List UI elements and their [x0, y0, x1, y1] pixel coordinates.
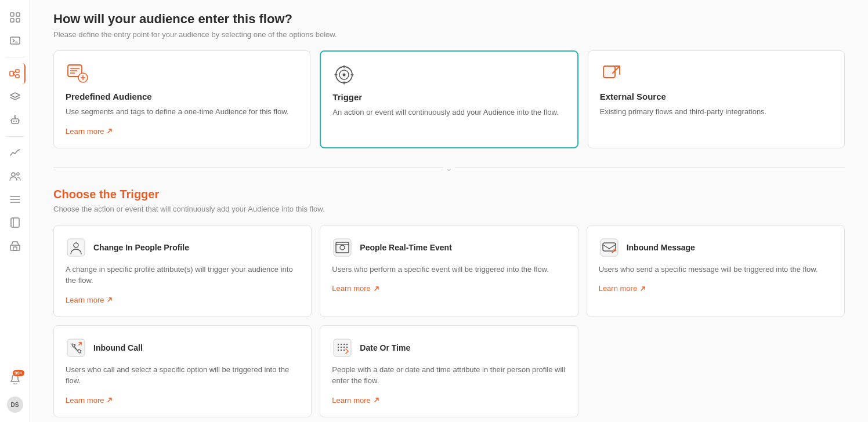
svg-rect-8: [16, 75, 19, 78]
svg-point-63: [341, 346, 342, 347]
section-divider: ⌄: [53, 162, 845, 174]
predefined-audience-learn-more[interactable]: Learn more: [66, 127, 113, 136]
svg-point-61: [346, 343, 348, 344]
date-or-time-icon: [332, 337, 353, 358]
trigger-card-desc: An action or event will continuously add…: [332, 107, 565, 118]
user-avatar[interactable]: DS: [5, 394, 26, 415]
svg-rect-6: [10, 71, 13, 76]
svg-rect-3: [16, 19, 20, 22]
change-in-people-card[interactable]: Change In People Profile A change in spe…: [53, 225, 312, 317]
svg-rect-7: [16, 70, 19, 72]
svg-rect-53: [67, 339, 85, 356]
inbound-message-desc: Users who send a specific message will b…: [599, 264, 833, 275]
change-in-people-header: Change In People Profile: [66, 237, 299, 258]
external-source-desc: Existing primary flows and third-party i…: [600, 106, 833, 118]
change-in-people-title: Change In People Profile: [93, 243, 189, 252]
inbound-call-icon: [66, 337, 86, 358]
sidebar: 99+ DS: [0, 0, 30, 422]
inbound-call-learn-more[interactable]: Learn more: [66, 396, 113, 405]
inbound-call-title: Inbound Call: [93, 343, 143, 352]
svg-point-19: [12, 173, 15, 176]
chevron-down-icon: ⌄: [443, 162, 455, 174]
sidebar-divider-1: [6, 57, 24, 57]
sidebar-icon-flows[interactable]: [5, 63, 26, 84]
divider-line-left: [53, 168, 443, 168]
external-source-card[interactable]: External Source Existing primary flows a…: [588, 50, 845, 148]
external-source-icon: [600, 63, 623, 86]
svg-point-16: [14, 116, 16, 118]
inbound-message-title: Inbound Message: [627, 243, 695, 252]
predefined-audience-desc: Use segments and tags to define a one-ti…: [66, 106, 298, 118]
svg-point-60: [343, 343, 345, 344]
svg-point-62: [338, 346, 339, 347]
sidebar-icon-list[interactable]: [5, 189, 26, 210]
predefined-audience-icon: [66, 63, 89, 86]
change-in-people-icon: [66, 237, 86, 258]
divider-line-right: [455, 168, 845, 168]
svg-point-66: [338, 349, 339, 350]
svg-rect-12: [12, 119, 19, 123]
predefined-audience-card[interactable]: Predefined Audience Use segments and tag…: [53, 50, 310, 148]
external-source-title: External Source: [600, 92, 833, 101]
date-or-time-card[interactable]: Date Or Time People with a date or date …: [320, 325, 578, 417]
date-or-time-title: Date Or Time: [360, 343, 410, 352]
svg-point-65: [346, 346, 348, 347]
sidebar-icon-users[interactable]: [5, 166, 26, 187]
people-realtime-learn-more[interactable]: Learn more: [332, 284, 379, 293]
sidebar-icon-terminal[interactable]: [5, 30, 26, 51]
svg-point-68: [343, 349, 345, 350]
page-title: How will your audience enter this flow?: [53, 12, 845, 27]
inbound-message-header: Inbound Message: [599, 237, 833, 258]
people-realtime-card[interactable]: People Real-Time Event Users who perform…: [320, 225, 578, 317]
svg-point-64: [343, 346, 345, 347]
sidebar-icon-chart[interactable]: [5, 143, 26, 163]
inbound-call-header: Inbound Call: [66, 337, 299, 358]
change-in-people-learn-more[interactable]: Learn more: [66, 296, 113, 304]
svg-rect-26: [10, 245, 20, 250]
date-or-time-header: Date Or Time: [332, 337, 566, 358]
inbound-message-learn-more[interactable]: Learn more: [599, 284, 646, 293]
svg-rect-2: [10, 19, 14, 22]
svg-rect-27: [13, 247, 17, 250]
trigger-section-subtitle: Choose the action or event that will con…: [53, 205, 845, 213]
svg-rect-57: [334, 339, 351, 356]
audience-cards-row: Predefined Audience Use segments and tag…: [53, 50, 845, 148]
notification-count: 99+: [13, 370, 24, 376]
svg-rect-24: [11, 218, 19, 227]
sidebar-icon-book[interactable]: [5, 212, 26, 233]
inbound-message-icon: [599, 237, 620, 258]
inbound-call-desc: Users who call and select a specific opt…: [66, 364, 299, 387]
avatar-label: DS: [7, 396, 23, 413]
sidebar-divider-2: [6, 136, 24, 137]
trigger-card[interactable]: Trigger An action or event will continuo…: [320, 50, 578, 148]
date-or-time-desc: People with a date or date and time attr…: [332, 364, 566, 387]
svg-rect-14: [16, 121, 17, 122]
date-or-time-learn-more[interactable]: Learn more: [332, 396, 379, 405]
svg-rect-0: [10, 13, 14, 16]
svg-point-20: [16, 173, 19, 175]
change-in-people-desc: A change in specific profile attribute(s…: [66, 264, 299, 286]
main-content: How will your audience enter this flow? …: [30, 0, 868, 422]
people-realtime-icon: [332, 237, 353, 258]
svg-point-59: [341, 343, 342, 344]
people-realtime-desc: Users who perform a specific event will …: [332, 264, 566, 275]
sidebar-icon-store[interactable]: [5, 235, 26, 256]
trigger-card-title: Trigger: [332, 92, 565, 102]
trigger-cards-grid: Change In People Profile A change in spe…: [53, 225, 845, 417]
trigger-icon: [332, 63, 356, 86]
svg-marker-11: [10, 93, 20, 97]
sidebar-icon-robot[interactable]: [5, 110, 26, 130]
people-realtime-title: People Real-Time Event: [360, 243, 451, 252]
svg-rect-13: [13, 121, 15, 122]
sidebar-icon-grid[interactable]: [5, 7, 26, 28]
sidebar-icon-layers[interactable]: [5, 86, 26, 107]
svg-rect-1: [16, 13, 20, 16]
trigger-section-title: Choose the Trigger: [53, 188, 845, 201]
inbound-message-card[interactable]: Inbound Message Users who send a specifi…: [587, 225, 845, 317]
notification-bell[interactable]: 99+: [5, 369, 26, 390]
svg-point-58: [338, 343, 339, 344]
predefined-audience-title: Predefined Audience: [66, 92, 298, 101]
people-realtime-header: People Real-Time Event: [332, 237, 566, 258]
inbound-call-card[interactable]: Inbound Call Users who call and select a…: [53, 325, 312, 417]
page-subtitle: Please define the entry point for your a…: [53, 30, 845, 39]
